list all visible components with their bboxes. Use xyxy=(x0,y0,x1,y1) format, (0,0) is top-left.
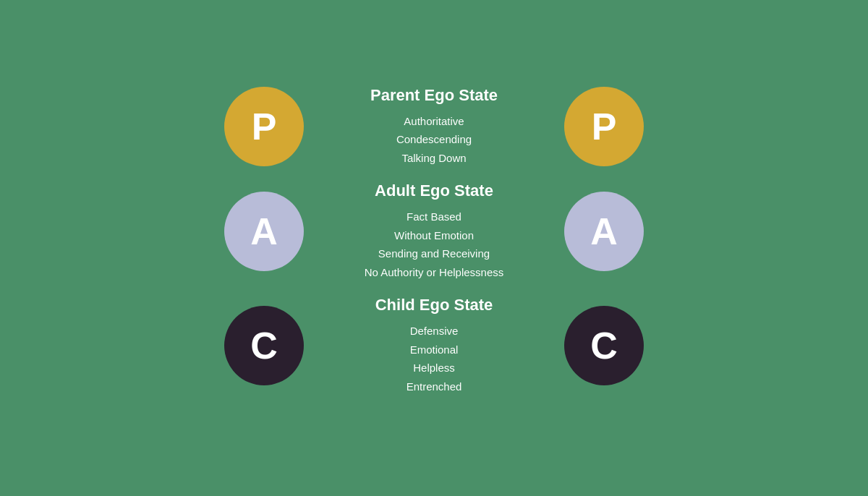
parent-letter-right: P xyxy=(592,105,617,148)
child-circle-left: C xyxy=(224,306,304,385)
adult-trait-1: Fact Based xyxy=(347,208,521,226)
child-letter-left: C xyxy=(250,324,278,367)
adult-trait-4: No Authority or Helplessness xyxy=(347,263,521,282)
parent-title: Parent Ego State xyxy=(347,86,521,105)
parent-circle-left: P xyxy=(224,87,304,166)
parent-trait-1: Authoritative xyxy=(347,112,521,131)
child-trait-3: Helpless xyxy=(347,359,521,377)
child-trait-4: Entrenched xyxy=(347,377,521,396)
child-letter-right: C xyxy=(590,324,618,367)
parent-traits: Authoritative Condescending Talking Down xyxy=(347,112,521,168)
child-circle-right: C xyxy=(564,306,644,385)
parent-circle-right: P xyxy=(564,87,644,166)
child-trait-2: Emotional xyxy=(347,341,521,359)
adult-letter-right: A xyxy=(590,210,618,253)
diagram: P Parent Ego State Authoritative Condesc… xyxy=(0,86,868,411)
child-traits: Defensive Emotional Helpless Entrenched xyxy=(347,322,521,395)
adult-trait-3: Sending and Receiving xyxy=(347,244,521,263)
adult-ego-row: A Adult Ego State Fact Based Without Emo… xyxy=(0,181,868,281)
parent-ego-row: P Parent Ego State Authoritative Condesc… xyxy=(0,86,868,168)
parent-trait-3: Talking Down xyxy=(347,149,521,168)
adult-title: Adult Ego State xyxy=(347,181,521,200)
child-ego-row: C Child Ego State Defensive Emotional He… xyxy=(0,296,868,395)
parent-letter-left: P xyxy=(252,105,277,148)
adult-traits: Fact Based Without Emotion Sending and R… xyxy=(347,208,521,281)
adult-circle-left: A xyxy=(224,192,304,271)
parent-trait-2: Condescending xyxy=(347,130,521,149)
adult-letter-left: A xyxy=(250,210,278,253)
adult-circle-right: A xyxy=(564,192,644,271)
adult-center: Adult Ego State Fact Based Without Emoti… xyxy=(333,181,535,281)
adult-trait-2: Without Emotion xyxy=(347,226,521,245)
child-center: Child Ego State Defensive Emotional Help… xyxy=(333,296,535,395)
parent-center: Parent Ego State Authoritative Condescen… xyxy=(333,86,535,168)
child-title: Child Ego State xyxy=(347,296,521,315)
child-trait-1: Defensive xyxy=(347,322,521,341)
